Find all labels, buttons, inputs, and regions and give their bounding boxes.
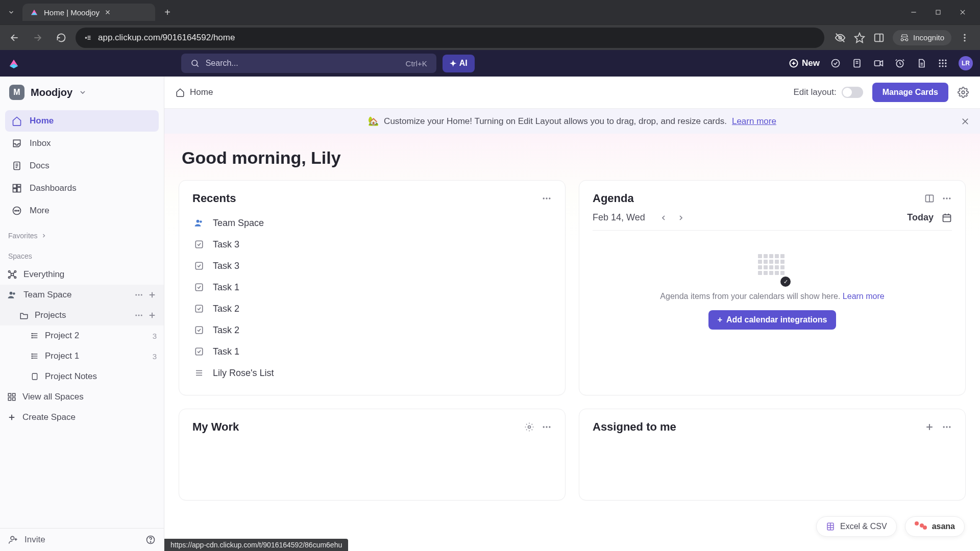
banner-learn-more-link[interactable]: Learn more [732, 116, 776, 127]
tab-close-icon[interactable] [105, 9, 111, 15]
recent-item-task[interactable]: Task 1 [192, 277, 552, 298]
recent-item-task[interactable]: Task 3 [192, 234, 552, 255]
sidebar-item-everything[interactable]: Everything [0, 264, 164, 285]
video-icon[interactable] [873, 58, 884, 69]
breadcrumb[interactable]: Home [176, 87, 213, 97]
workspace-switcher[interactable]: M Moodjoy [0, 77, 164, 108]
sidebar-item-more[interactable]: More [5, 200, 159, 221]
recent-item-task[interactable]: Task 2 [192, 319, 552, 341]
sidebar-item-team-space[interactable]: Team Space [0, 285, 164, 305]
more-dots-icon[interactable] [134, 311, 143, 320]
recent-item-space[interactable]: Team Space [192, 212, 552, 234]
sidebar-item-inbox[interactable]: Inbox [5, 133, 159, 154]
agenda-learn-more-link[interactable]: Learn more [843, 292, 885, 300]
new-tab-button[interactable]: + [159, 4, 176, 20]
task-check-icon[interactable] [830, 58, 841, 69]
notepad-icon[interactable] [851, 58, 863, 69]
browser-back-button[interactable] [5, 29, 23, 47]
browser-reload-button[interactable] [52, 29, 70, 47]
asana-import-chip[interactable]: asana [905, 516, 965, 537]
apps-grid-icon[interactable] [937, 58, 948, 69]
edit-layout-toggle[interactable] [842, 87, 863, 98]
sidebar-item-projects[interactable]: Projects [0, 305, 164, 325]
more-dots-icon[interactable] [542, 193, 552, 204]
item-count: 3 [153, 352, 157, 361]
recent-label: Lily Rose's List [213, 368, 274, 379]
more-dots-icon[interactable] [942, 193, 952, 204]
today-button[interactable]: Today [907, 212, 934, 223]
clickup-logo[interactable] [7, 57, 20, 70]
recent-item-task[interactable]: Task 1 [192, 341, 552, 362]
invite-button[interactable]: Invite [0, 528, 164, 551]
invite-label: Invite [24, 535, 45, 545]
window-close[interactable] [958, 7, 968, 17]
more-dots-icon[interactable] [542, 422, 552, 432]
bookmark-star-icon[interactable] [854, 32, 865, 43]
favorites-section[interactable]: Favorites [0, 223, 164, 244]
ai-button[interactable]: ✦ AI [443, 55, 475, 72]
browser-tab[interactable]: Home | Moodjoy [22, 4, 155, 21]
incognito-indicator[interactable]: Incognito [893, 30, 951, 45]
agenda-next-button[interactable] [677, 214, 685, 222]
svg-point-120 [943, 197, 945, 199]
svg-rect-109 [195, 241, 203, 248]
task-icon [193, 239, 205, 250]
sidebar-item-home[interactable]: Home [5, 110, 159, 132]
sidebar-item-project-notes[interactable]: Project Notes [0, 366, 164, 387]
browser-menu-icon[interactable] [960, 33, 970, 43]
sidebar-item-docs[interactable]: Docs [5, 155, 159, 177]
check-badge-icon: ✓ [780, 277, 791, 287]
plus-icon[interactable] [148, 311, 157, 320]
svg-point-53 [15, 210, 16, 211]
svg-rect-49 [17, 185, 21, 187]
doc-icon[interactable] [916, 58, 927, 69]
user-avatar[interactable]: LR [959, 56, 973, 70]
manage-cards-button[interactable]: Manage Cards [872, 83, 948, 102]
excel-csv-import-chip[interactable]: Excel & CSV [816, 516, 897, 537]
panel-icon[interactable] [924, 193, 935, 204]
sidebar-item-project-1[interactable]: Project 1 3 [0, 346, 164, 366]
gear-icon[interactable] [524, 422, 534, 432]
search-input[interactable]: Search... Ctrl+K [181, 54, 436, 73]
calendar-icon[interactable] [942, 213, 952, 223]
calendar-empty-icon: ✓ [758, 254, 787, 283]
side-panel-icon[interactable] [873, 32, 885, 43]
recent-item-list[interactable]: Lily Rose's List [192, 362, 552, 384]
banner-close-icon[interactable] [961, 117, 970, 126]
tab-list-dropdown[interactable] [4, 5, 18, 19]
more-dots-icon[interactable] [942, 422, 952, 432]
new-label: New [802, 58, 820, 68]
url-bar[interactable]: app.clickup.com/9016164592/home [76, 28, 824, 48]
recent-item-task[interactable]: Task 2 [192, 298, 552, 319]
browser-forward-button[interactable] [29, 29, 47, 47]
tab-title: Home | Moodjoy [44, 8, 100, 17]
recent-label: Task 1 [213, 282, 239, 293]
sidebar-item-project-2[interactable]: Project 2 3 [0, 325, 164, 346]
alarm-icon[interactable] [894, 58, 905, 69]
excel-chip-label: Excel & CSV [840, 522, 887, 531]
window-minimize[interactable] [909, 7, 919, 17]
svg-point-54 [16, 210, 17, 211]
incognito-label: Incognito [913, 33, 944, 42]
add-calendar-label: Add calendar integrations [726, 315, 827, 324]
gear-icon[interactable] [958, 87, 969, 98]
plus-icon[interactable] [148, 290, 157, 299]
assigned-title: Assigned to me [593, 420, 676, 434]
help-icon[interactable] [145, 535, 156, 545]
svg-point-66 [13, 292, 15, 295]
plus-icon[interactable] [924, 422, 935, 432]
window-maximize[interactable] [933, 7, 943, 17]
eye-off-icon[interactable] [835, 32, 846, 43]
new-button[interactable]: New [789, 58, 820, 68]
add-calendar-button[interactable]: + Add calendar integrations [708, 310, 837, 330]
svg-point-22 [831, 60, 839, 67]
agenda-prev-button[interactable] [659, 214, 668, 222]
site-info-icon[interactable] [84, 33, 93, 42]
sidebar-item-view-all-spaces[interactable]: View all Spaces [0, 387, 164, 407]
more-dots-icon[interactable] [134, 290, 143, 299]
sparkle-icon: ✦ [450, 59, 456, 68]
recent-item-task[interactable]: Task 3 [192, 255, 552, 277]
sidebar-label: Dashboards [30, 183, 77, 193]
sidebar-item-dashboards[interactable]: Dashboards [5, 178, 159, 199]
sidebar-item-create-space[interactable]: Create Space [0, 407, 164, 428]
